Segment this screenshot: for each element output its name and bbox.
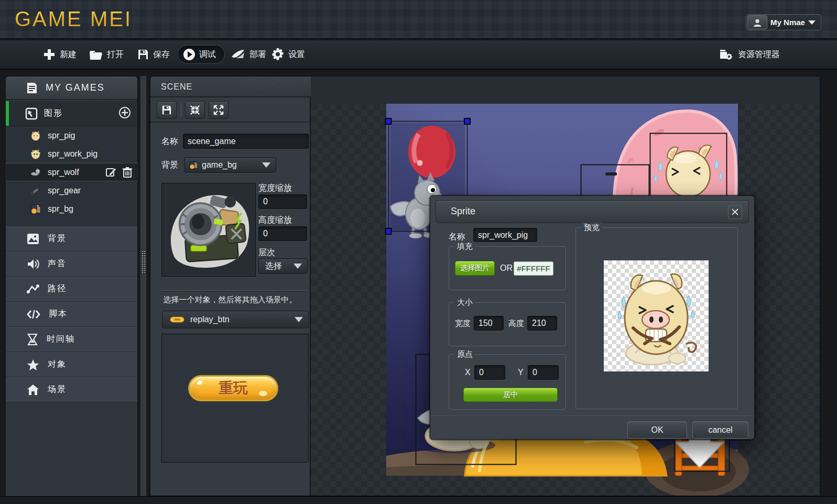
choose-image-button[interactable]: 选择图片: [455, 261, 495, 276]
sidebar-item-paths[interactable]: 路径: [6, 277, 137, 302]
replay-button-text: 重玩: [219, 378, 248, 398]
list-item-spr-gear[interactable]: spr_gear: [6, 181, 137, 200]
sprite-name-input[interactable]: [473, 228, 537, 242]
inspector-toolbar: [150, 97, 310, 123]
panel-splitter[interactable]: [140, 76, 147, 496]
add-sprite-button[interactable]: [118, 106, 131, 121]
list-item-spr-work-pig[interactable]: spr_work_pig: [6, 145, 137, 163]
scene-save-button[interactable]: [157, 101, 177, 119]
games-doc-icon: [26, 82, 38, 94]
layer-label: 层次: [258, 247, 275, 258]
user-caret-icon: [808, 20, 816, 25]
dialog-header[interactable]: Sprite: [436, 200, 749, 223]
size-group: 大小 宽度 高度: [449, 302, 566, 346]
cancel-button[interactable]: cancel: [692, 421, 748, 439]
fill-group: 填充 选择图片 OR: [449, 246, 566, 290]
chevron-down-icon: [295, 317, 303, 322]
width-input[interactable]: [474, 316, 504, 331]
folder-icon: [89, 49, 103, 60]
expand-view-button[interactable]: [209, 101, 229, 119]
folder-gear-icon: [719, 48, 734, 61]
plus-icon: [43, 48, 56, 61]
height-label: 高度: [508, 319, 524, 328]
resource-manager-button[interactable]: 资源管理器: [719, 48, 780, 61]
dialog-close-button[interactable]: [728, 205, 742, 219]
work-pig-preview: [604, 260, 709, 371]
save-button[interactable]: 保存: [137, 49, 170, 60]
sidebar-item-objects[interactable]: 对象: [6, 352, 137, 377]
origin-y-input[interactable]: [528, 365, 559, 380]
chevron-down-icon: [262, 162, 270, 168]
scene-panel-title: SCENE: [161, 82, 192, 92]
object-dropdown[interactable]: replay_btn: [162, 311, 309, 328]
bg-sprite-icon: [30, 203, 41, 215]
gear-icon: [271, 48, 284, 61]
sidebar-item-graphics[interactable]: 图形: [6, 101, 137, 126]
active-indicator: [6, 101, 9, 126]
star-icon: [27, 359, 39, 370]
object-preview-box: 重玩: [161, 334, 309, 463]
code-icon: [27, 309, 40, 320]
settings-button[interactable]: 设置: [271, 48, 305, 61]
bg-thumb-icon: [189, 160, 198, 170]
shrink-view-button[interactable]: [185, 101, 205, 119]
selection-handle[interactable]: [386, 228, 392, 234]
center-origin-button[interactable]: 居中: [463, 388, 558, 402]
scene-inspector: 名称 背景 game_bg: [150, 97, 311, 496]
height-input[interactable]: [527, 316, 557, 331]
bg-preview-box: [161, 183, 256, 277]
deploy-icon: [231, 49, 245, 60]
gear-machine-image: [162, 183, 255, 276]
sidebar-item-backgrounds[interactable]: 背景: [6, 226, 137, 251]
sprite-dialog: Sprite 名称 填充 选择图片 OR 大小 宽度 高度 原点 X Y: [430, 195, 755, 440]
height-scale-input[interactable]: [258, 226, 307, 241]
sprite-list: spr_pig spr_work_pig spr_wolf: [6, 126, 137, 226]
sidebar-item-timelines[interactable]: 时间轴: [6, 327, 137, 352]
sidebar-item-sounds[interactable]: 声音: [6, 251, 137, 277]
user-menu[interactable]: My Nmae: [746, 14, 821, 30]
main-toolbar: 新建 打开 保存 调试 部署 设置: [0, 40, 837, 70]
sidebar-item-scripts[interactable]: 脚本: [6, 302, 137, 327]
hourglass-icon: [27, 334, 38, 345]
scene-name-input[interactable]: [183, 134, 309, 149]
height-scale-label: 高度缩放: [258, 215, 292, 226]
fill-color-input[interactable]: [514, 261, 553, 276]
app-root: GAME MEI My Nmae 新建 打开 保存: [0, 0, 837, 504]
selection-handle[interactable]: [464, 118, 470, 124]
delete-icon[interactable]: [122, 167, 133, 178]
list-item-spr-pig[interactable]: spr_pig: [6, 126, 137, 145]
new-button[interactable]: 新建: [43, 48, 77, 61]
scene-name-label: 名称: [161, 136, 178, 147]
my-games-header[interactable]: MY GAMES: [6, 76, 137, 100]
sidebar-sections: 背景 声音 路径 脚本: [6, 226, 137, 402]
dialog-footer-divider: [430, 415, 754, 416]
sprite-preview-image: [604, 260, 709, 371]
deploy-button[interactable]: 部署: [231, 49, 266, 60]
layer-dropdown[interactable]: 选择: [258, 258, 308, 274]
list-item-spr-wolf[interactable]: spr_wolf: [5, 163, 138, 181]
my-games-title: MY GAMES: [46, 82, 105, 93]
open-button[interactable]: 打开: [89, 49, 124, 60]
preview-group: 预览: [575, 227, 738, 409]
debug-button[interactable]: 调试: [178, 45, 225, 64]
scene-bg-dropdown[interactable]: game_bg: [184, 157, 276, 173]
or-label: OR: [500, 264, 513, 273]
ok-button[interactable]: OK: [627, 421, 687, 439]
sidebar-item-scenes[interactable]: 场景: [6, 377, 137, 402]
chevron-down-icon: [294, 264, 302, 269]
pig-sprite-icon: [30, 130, 41, 141]
splitter-grip[interactable]: [142, 250, 146, 273]
path-icon: [27, 283, 39, 295]
list-item-spr-bg[interactable]: spr_bg: [6, 200, 137, 218]
origin-y-label: Y: [518, 368, 524, 377]
selection-handle[interactable]: [386, 118, 392, 124]
width-scale-input[interactable]: [258, 194, 307, 209]
wolf-sprite-icon: [30, 167, 41, 178]
origin-x-label: X: [465, 368, 471, 377]
replay-button-preview: 重玩: [188, 375, 278, 401]
sidebar: MY GAMES 图形 spr_pig spr_: [5, 76, 138, 496]
user-name: My Nmae: [767, 18, 808, 27]
origin-x-input[interactable]: [474, 365, 505, 380]
app-header: GAME MEI My Nmae: [0, 0, 837, 39]
edit-icon[interactable]: [105, 167, 117, 178]
